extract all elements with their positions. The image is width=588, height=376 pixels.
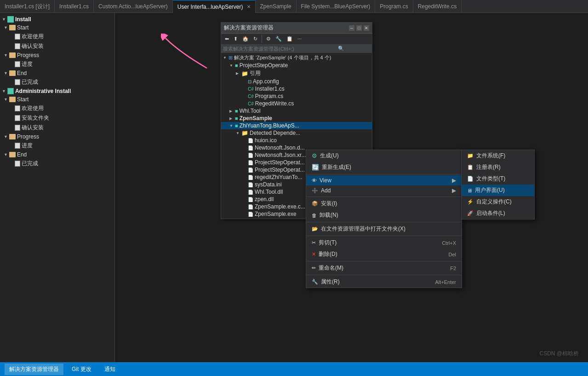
tree-item-welcome-1[interactable]: 欢迎使用	[0, 32, 114, 41]
se-item-whl-tool[interactable]: ▶ ■ Whl.Tool	[221, 107, 372, 115]
project-icon: ■	[235, 116, 238, 121]
file-icon: 📄	[248, 212, 253, 217]
folder-icon	[9, 134, 16, 139]
status-tab-solution-explorer[interactable]: 解决方案资源管理器	[5, 364, 63, 375]
se-item-huion-ico[interactable]: 📄 huion.ico	[221, 137, 372, 144]
sm-item-filesystem[interactable]: 📁 文件系统(F)	[462, 150, 534, 162]
tree-item-complete-1[interactable]: 已完成	[0, 77, 114, 87]
sm-item-customactions[interactable]: ⚡ 自定义操作(C)	[462, 196, 534, 208]
folder-icon	[9, 97, 16, 102]
tree-item-progress-1[interactable]: 进度	[0, 59, 114, 69]
tree-item-admin-welcome[interactable]: 欢迎使用	[0, 104, 114, 113]
folder-icon	[9, 152, 16, 157]
file-icon: 📄	[248, 160, 253, 165]
project-icon: ■	[235, 108, 238, 114]
cm-item-rebuild[interactable]: 🔄 重新生成(E)	[306, 162, 462, 173]
ui-icon: 🖥	[467, 188, 472, 193]
se-item-detected-dep[interactable]: ▼ 📁 Detected Depende...	[221, 129, 372, 137]
file-icon: 📄	[248, 197, 253, 202]
close-tab-icon[interactable]: ✕	[247, 4, 251, 9]
se-item-references[interactable]: ▶ 📁 引用	[221, 69, 372, 78]
tree-admin-section-start[interactable]: ▼ Start	[0, 95, 114, 104]
se-title: 解决方案资源管理器	[224, 24, 274, 32]
maximize-button[interactable]: □	[356, 25, 362, 31]
se-toolbar-btn-6[interactable]: 🔧	[274, 35, 284, 43]
se-toolbar-btn-1[interactable]: ⬅	[223, 35, 231, 43]
folder-icon	[9, 25, 16, 30]
se-item-regedit[interactable]: C# RegeditWrite.cs	[221, 100, 372, 107]
se-item-project-step[interactable]: ▼ ■ ProjectStepOperate	[221, 62, 372, 69]
tree-item-install-folder[interactable]: 安装文件夹	[0, 113, 114, 123]
rebuild-icon: 🔄	[312, 164, 319, 171]
se-titlebar-buttons: ─ □ ✕	[349, 25, 369, 31]
install-icon	[7, 16, 14, 23]
se-item-zpen-sample[interactable]: ▶ ■ ZpenSample	[221, 115, 372, 122]
minimize-button[interactable]: ─	[349, 25, 354, 31]
tab-zpen-sample[interactable]: ZpenSample	[256, 0, 297, 13]
se-item-solution[interactable]: ▼ ⊞ 解决方案 'ZpenSample' (4 个项目，共 4 个)	[221, 54, 372, 62]
page-icon	[15, 105, 20, 111]
submenu-arrow-icon: ▶	[452, 177, 456, 184]
tab-user-interface[interactable]: User Interfa...lueApServer) ✕	[173, 0, 256, 13]
cm-item-properties[interactable]: 🔧 属性(R) Alt+Enter	[306, 276, 462, 288]
se-item-zhiyuantong[interactable]: ▼ ■ ZhiYuanTong.BlueApS...	[221, 122, 372, 129]
se-toolbar-btn-4[interactable]: ↻	[251, 35, 259, 43]
sm-item-launchconditions[interactable]: 🚀 启动条件(L)	[462, 208, 534, 219]
tree-root-install[interactable]: ▼ Install	[0, 15, 114, 23]
tab-installer1-design[interactable]: Installer1.cs [设计]	[0, 0, 55, 13]
install-icon: 📦	[312, 201, 318, 207]
tab-custom-action[interactable]: Custom Actio...lueApServer)	[94, 0, 173, 13]
filesystem-icon: 📁	[467, 153, 474, 159]
tree-section-progress-1[interactable]: ▼ Progress	[0, 51, 114, 59]
sm-item-ui[interactable]: 🖥 用户界面(U)	[462, 185, 534, 196]
close-button[interactable]: ✕	[364, 25, 369, 31]
tree-admin-install[interactable]: ▼ Administrative Install	[0, 87, 114, 95]
se-search-bar[interactable]: 🔍	[221, 45, 372, 53]
se-toolbar-btn-8[interactable]: ···	[296, 35, 303, 43]
tab-installer1-cs[interactable]: Installer1.cs	[55, 0, 94, 13]
cm-item-install[interactable]: 📦 安装(I)	[306, 198, 462, 209]
cm-item-uninstall[interactable]: 🗑 卸载(N)	[306, 209, 462, 221]
cm-item-delete[interactable]: ✕ 删除(D) Del	[306, 249, 462, 260]
se-item-program-cs[interactable]: C# Program.cs	[221, 93, 372, 100]
se-toolbar-btn-3[interactable]: 🏠	[240, 35, 251, 43]
cm-item-open-folder[interactable]: 📂 在文件资源管理器中打开文件夹(X)	[306, 223, 462, 235]
expand-icon: ▼	[2, 17, 6, 22]
cm-item-rename[interactable]: ✏ 重命名(M) F2	[306, 262, 462, 274]
status-tab-git[interactable]: Git 更改	[67, 364, 96, 375]
tab-program-cs[interactable]: Program.cs	[375, 0, 413, 13]
project-icon: ■	[235, 123, 238, 128]
cm-item-build[interactable]: ⚙ 生成(U)	[306, 150, 462, 162]
sm-item-filetypes[interactable]: 📄 文件类型(T)	[462, 173, 534, 185]
tree-item-admin-confirm[interactable]: 确认安装	[0, 123, 114, 133]
tree-admin-section-progress[interactable]: ▼ Progress	[0, 133, 114, 141]
se-toolbar-btn-2[interactable]: ⬆	[232, 35, 240, 43]
cm-separator-5	[306, 261, 462, 261]
view-icon: 👁	[312, 178, 317, 183]
cm-item-view[interactable]: 👁 View ▶	[306, 175, 462, 185]
page-icon	[15, 79, 20, 85]
tab-regedit-write[interactable]: RegeditWrite.cs	[413, 0, 462, 13]
admin-install-icon	[7, 88, 14, 94]
tree-section-end-1[interactable]: ▼ End	[0, 69, 114, 77]
tree-section-start-1[interactable]: ▼ Start	[0, 23, 114, 32]
status-tab-notifications[interactable]: 通知	[100, 364, 120, 375]
sm-item-registry[interactable]: 📋 注册表(R)	[462, 162, 534, 173]
se-search-input[interactable]	[223, 46, 338, 52]
cm-item-cut[interactable]: ✂ 剪切(T) Ctrl+X	[306, 237, 462, 249]
cs-icon: C#	[248, 101, 254, 106]
tree-admin-section-end[interactable]: ▼ End	[0, 150, 114, 159]
se-toolbar-btn-5[interactable]: ⚙	[264, 35, 273, 43]
launchconditions-icon: 🚀	[467, 210, 474, 216]
file-icon: 📄	[248, 204, 253, 209]
se-item-app-config[interactable]: ⊡ App.config	[221, 78, 372, 85]
page-icon	[15, 115, 20, 121]
tree-item-confirm-1[interactable]: 确认安装	[0, 41, 114, 51]
tree-item-admin-progress[interactable]: 进度	[0, 141, 114, 150]
tab-file-system[interactable]: File System...BlueApServer)	[297, 0, 376, 13]
cm-item-add[interactable]: ➕ Add ▶	[306, 185, 462, 196]
tree-item-admin-complete[interactable]: 已完成	[0, 159, 114, 168]
folder-icon: 📁	[241, 70, 248, 77]
se-item-installer1[interactable]: C# Installer1.cs	[221, 85, 372, 93]
se-toolbar-btn-7[interactable]: 📋	[285, 35, 295, 43]
